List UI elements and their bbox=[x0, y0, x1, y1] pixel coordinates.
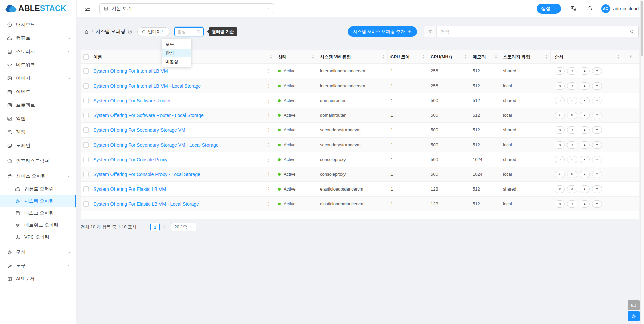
move-to-top-button[interactable] bbox=[555, 82, 565, 90]
sidebar-item[interactable]: 인프라스트럭쳐 bbox=[0, 154, 76, 168]
offering-name-link[interactable]: System Offering For Elastic LB VM - Loca… bbox=[93, 201, 199, 207]
page-number-button[interactable]: 1 bbox=[150, 223, 160, 231]
move-up-button[interactable]: ▲ bbox=[580, 171, 590, 178]
update-button[interactable]: 업데이트 bbox=[137, 27, 170, 36]
move-up-button[interactable]: ▲ bbox=[580, 112, 590, 119]
move-to-top-button[interactable] bbox=[555, 112, 565, 119]
move-to-top-button[interactable] bbox=[555, 156, 565, 163]
sorter-icon[interactable]: ▲▼ bbox=[310, 55, 314, 59]
sidebar-item[interactable]: 시스템 오퍼링 bbox=[0, 195, 76, 207]
move-to-bottom-button[interactable] bbox=[567, 156, 577, 163]
move-down-button[interactable]: ▼ bbox=[592, 156, 602, 163]
move-to-top-button[interactable] bbox=[555, 200, 565, 208]
view-select[interactable]: 기본 보기 bbox=[99, 3, 274, 14]
row-checkbox[interactable] bbox=[83, 172, 89, 177]
offering-name-link[interactable]: System Offering For Software Router - Lo… bbox=[93, 113, 204, 118]
sidebar-item[interactable]: 디스크 오퍼링 bbox=[0, 207, 76, 219]
filter-option[interactable]: 모두 bbox=[162, 40, 191, 49]
move-up-button[interactable]: ▲ bbox=[580, 82, 590, 90]
sorter-icon[interactable]: ▲▼ bbox=[462, 55, 467, 59]
sorter-icon[interactable]: ▲▼ bbox=[615, 55, 620, 59]
user-avatar[interactable]: AC bbox=[601, 4, 610, 13]
row-actions-icon[interactable]: ⋮ bbox=[265, 127, 273, 133]
row-actions-icon[interactable]: ⋮ bbox=[265, 83, 273, 89]
search-input[interactable] bbox=[437, 26, 625, 37]
move-to-bottom-button[interactable] bbox=[567, 141, 577, 149]
sidebar-item[interactable]: 대시보드 bbox=[0, 18, 76, 32]
move-down-button[interactable]: ▼ bbox=[592, 67, 602, 75]
offering-name-link[interactable]: System Offering For Internal LB VM - Loc… bbox=[93, 83, 201, 89]
scrollbar-thumb[interactable] bbox=[641, 1, 643, 56]
column-header[interactable]: 상태▲▼ bbox=[275, 50, 317, 63]
move-up-button[interactable]: ▲ bbox=[580, 141, 590, 149]
offering-name-link[interactable]: System Offering For Internal LB VM bbox=[93, 68, 168, 74]
sidebar-item[interactable]: 컴퓨트 bbox=[0, 32, 76, 45]
sidebar-item[interactable]: 역할 bbox=[0, 112, 76, 125]
row-actions-icon[interactable]: ⋮ bbox=[265, 186, 273, 192]
move-to-bottom-button[interactable] bbox=[567, 171, 577, 178]
brand-logo[interactable]: ABLESTACK bbox=[0, 0, 76, 17]
page-size-select[interactable]: 20 / 쪽 bbox=[171, 223, 196, 231]
sidebar-item[interactable]: 스토리지 bbox=[0, 45, 76, 58]
add-system-offering-button[interactable]: 시스템 서비스 오퍼링 추가 bbox=[348, 26, 417, 37]
sidebar-item[interactable]: VPC 오퍼링 bbox=[0, 231, 76, 244]
move-to-bottom-button[interactable] bbox=[567, 200, 577, 208]
move-down-button[interactable]: ▼ bbox=[592, 126, 602, 134]
row-checkbox[interactable] bbox=[83, 113, 89, 118]
move-down-button[interactable]: ▼ bbox=[592, 200, 602, 208]
prev-page-icon[interactable] bbox=[144, 225, 148, 229]
move-up-button[interactable]: ▲ bbox=[580, 156, 590, 163]
sidebar-item[interactable]: 서비스 오퍼링 bbox=[0, 170, 76, 183]
column-header[interactable]: 순서▲▼ bbox=[551, 50, 623, 63]
offering-name-link[interactable]: System Offering For Secondary Storage VM… bbox=[93, 142, 218, 148]
row-actions-icon[interactable]: ⋮ bbox=[265, 68, 273, 74]
select-all-checkbox[interactable] bbox=[83, 54, 89, 60]
row-checkbox[interactable] bbox=[83, 142, 89, 148]
move-down-button[interactable]: ▼ bbox=[592, 97, 602, 104]
column-header[interactable]: 메모리▲▼ bbox=[470, 50, 500, 63]
column-header[interactable]: 스토리지 유형▲▼ bbox=[500, 50, 551, 63]
create-button[interactable]: 생성 bbox=[537, 4, 561, 14]
search-filter-addon[interactable] bbox=[424, 26, 437, 37]
theme-settings-button[interactable] bbox=[628, 311, 640, 321]
help-icon[interactable] bbox=[128, 29, 132, 34]
move-to-bottom-button[interactable] bbox=[567, 112, 577, 119]
move-down-button[interactable]: ▼ bbox=[592, 185, 602, 193]
sorter-icon[interactable]: ▲▼ bbox=[268, 55, 272, 59]
column-header[interactable]: CPU(MHz)▲▼ bbox=[428, 50, 470, 63]
row-actions-icon[interactable]: ⋮ bbox=[265, 112, 273, 118]
next-page-icon[interactable] bbox=[162, 225, 166, 229]
row-actions-icon[interactable]: ⋮ bbox=[265, 171, 273, 177]
sidebar-item[interactable]: API 문서 bbox=[0, 272, 76, 286]
sidebar-fold-icon[interactable] bbox=[85, 6, 91, 12]
move-to-top-button[interactable] bbox=[555, 185, 565, 193]
username[interactable]: admin cloud bbox=[613, 6, 639, 11]
sidebar-item[interactable]: 도메인 bbox=[0, 139, 76, 152]
move-down-button[interactable]: ▼ bbox=[592, 82, 602, 90]
row-checkbox[interactable] bbox=[83, 68, 89, 74]
sidebar-item[interactable]: 네트워크 bbox=[0, 58, 76, 72]
sidebar-item[interactable]: 계정 bbox=[0, 125, 76, 139]
filter-option[interactable]: 활성 bbox=[162, 49, 191, 57]
offering-name-link[interactable]: System Offering For Software Router bbox=[93, 98, 171, 103]
sorter-icon[interactable]: ▲▼ bbox=[493, 55, 497, 59]
row-checkbox[interactable] bbox=[83, 98, 89, 103]
move-to-top-button[interactable] bbox=[555, 67, 565, 75]
sidebar-item[interactable]: 구성 bbox=[0, 246, 76, 259]
move-up-button[interactable]: ▲ bbox=[580, 67, 590, 75]
offering-name-link[interactable]: System Offering For Console Proxy - Loca… bbox=[93, 172, 200, 177]
move-up-button[interactable]: ▲ bbox=[580, 200, 590, 208]
sidebar-item[interactable]: 네트워크 오퍼링 bbox=[0, 219, 76, 231]
sidebar-item[interactable]: 이미지 bbox=[0, 72, 76, 85]
row-actions-icon[interactable]: ⋮ bbox=[265, 157, 273, 163]
sidebar-item[interactable]: 이벤트 bbox=[0, 85, 76, 99]
sidebar-item[interactable]: 프로젝트 bbox=[0, 99, 76, 112]
move-down-button[interactable]: ▼ bbox=[592, 112, 602, 119]
sorter-icon[interactable]: ▲▼ bbox=[543, 55, 548, 59]
keyboard-shortcuts-button[interactable] bbox=[628, 300, 640, 310]
move-down-button[interactable]: ▼ bbox=[592, 171, 602, 178]
row-checkbox[interactable] bbox=[83, 157, 89, 162]
move-up-button[interactable]: ▲ bbox=[580, 185, 590, 193]
filter-select[interactable]: 활성 bbox=[174, 27, 204, 36]
row-checkbox[interactable] bbox=[83, 186, 89, 192]
